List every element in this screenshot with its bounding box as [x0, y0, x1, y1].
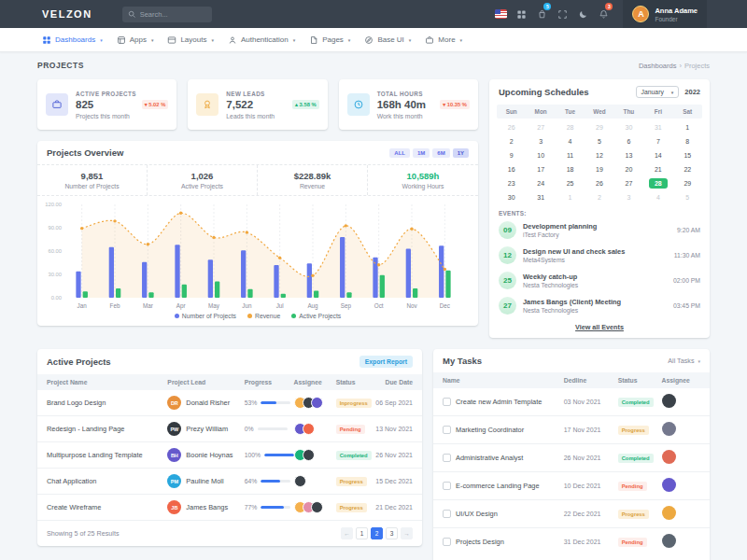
legend-item-number-of-projects[interactable]: Number of Projects [175, 313, 236, 319]
table-row[interactable]: Create Wireframe JBJames Bangs 77% Progr… [37, 494, 422, 520]
calendar-day[interactable]: 29 [585, 120, 613, 134]
calendar-day[interactable]: 29 [673, 176, 702, 190]
calendar-day[interactable]: 14 [643, 148, 672, 162]
calendar-day[interactable]: 27 [614, 176, 643, 190]
search-input[interactable] [140, 10, 205, 19]
table-row[interactable]: Create new Admin Template 03 Nov 2021 Co… [433, 388, 710, 415]
calendar-day[interactable]: 27 [526, 120, 555, 134]
page-arrow-button[interactable]: → [401, 527, 413, 539]
table-row[interactable]: Redesign - Landing Page PWPrezy William … [37, 415, 422, 441]
table-row[interactable]: Marketing Coordinator 17 Nov 2021 Progre… [433, 415, 710, 443]
calendar-day[interactable]: 6 [614, 134, 643, 148]
calendar-day[interactable]: 26 [585, 176, 613, 190]
cart-button[interactable]: 5 [534, 0, 549, 28]
active-projects-rows: Brand Logo Design DRDonald Risher 53% In… [37, 390, 422, 520]
event-item[interactable]: 12 Design new UI and check sales Meta4Sy… [489, 243, 710, 268]
nav-item-pages[interactable]: Pages▾ [309, 35, 350, 45]
calendar-day[interactable]: 1 [556, 190, 585, 204]
page-button-2[interactable]: 2 [371, 527, 383, 539]
calendar-day[interactable]: 22 [673, 162, 702, 176]
apps-grid-button[interactable] [514, 0, 529, 28]
calendar-day[interactable]: 26 [497, 120, 526, 134]
app-logo[interactable]: VELZON [42, 8, 92, 20]
nav-item-apps[interactable]: Apps▾ [117, 35, 154, 45]
calendar-day[interactable]: 11 [556, 148, 585, 162]
calendar-day[interactable]: 24 [526, 176, 555, 190]
export-report-button[interactable]: Export Report [359, 356, 413, 368]
calendar-day-selected[interactable]: 28 [643, 176, 672, 190]
language-flag-button[interactable] [493, 0, 508, 28]
nav-item-base-ui[interactable]: Base UI▾ [364, 35, 411, 45]
calendar-day[interactable]: 2 [497, 134, 526, 148]
event-item[interactable]: 25 Weekly catch-up Nesta Technologies 02… [489, 268, 710, 293]
calendar-day[interactable]: 5 [673, 190, 702, 204]
chevron-down-icon: ▾ [100, 37, 103, 43]
legend-item-active-projects[interactable]: Active Projects [291, 313, 341, 319]
page-button-1[interactable]: 1 [356, 527, 368, 539]
calendar-day[interactable]: 17 [526, 162, 555, 176]
calendar-day[interactable]: 8 [673, 134, 702, 148]
calendar-day[interactable]: 12 [585, 148, 613, 162]
nav-item-authentication[interactable]: Authentication▾ [228, 35, 295, 45]
calendar-day[interactable]: 3 [526, 134, 555, 148]
calendar-day[interactable]: 25 [556, 176, 585, 190]
month-select[interactable]: January▾ [636, 86, 680, 98]
nav-item-dashboards[interactable]: Dashboards▾ [42, 35, 103, 45]
calendar-day[interactable]: 4 [556, 134, 585, 148]
calendar-day[interactable]: 4 [643, 190, 672, 204]
fullscreen-button[interactable] [555, 0, 570, 28]
table-row[interactable]: E-commerce Landing Page 10 Dec 2021 Pend… [433, 471, 710, 499]
table-row[interactable]: Administrative Analyst 26 Nov 2021 Compl… [433, 443, 710, 471]
table-row[interactable]: Multipurpose Landing Template BHBoonie H… [37, 441, 422, 468]
nav-item-more[interactable]: More▾ [425, 35, 462, 45]
calendar-day[interactable]: 23 [497, 176, 526, 190]
notifications-button[interactable]: 3 [596, 0, 611, 28]
calendar-day[interactable]: 1 [673, 120, 702, 134]
calendar-day[interactable]: 5 [585, 134, 613, 148]
event-item[interactable]: 09 Development planning iTest Factory 9:… [489, 217, 710, 243]
calendar-day[interactable]: 30 [614, 120, 643, 134]
task-checkbox[interactable] [443, 482, 451, 490]
calendar-day[interactable]: 21 [643, 162, 672, 176]
calendar-day[interactable]: 15 [673, 148, 702, 162]
calendar-day[interactable]: 31 [643, 120, 672, 134]
calendar-day[interactable]: 18 [556, 162, 585, 176]
calendar-day[interactable]: 13 [614, 148, 643, 162]
calendar-day[interactable]: 30 [497, 190, 526, 204]
page-button-3[interactable]: 3 [386, 527, 398, 539]
calendar-day[interactable]: 7 [643, 134, 672, 148]
range-button-1m[interactable]: 1M [413, 148, 430, 158]
dark-mode-button[interactable] [575, 0, 590, 28]
calendar-day[interactable]: 9 [497, 148, 526, 162]
event-item[interactable]: 27 James Bangs (Client) Meeting Nesta Te… [489, 293, 710, 318]
calendar-day[interactable]: 31 [526, 190, 555, 204]
nav-item-layouts[interactable]: Layouts▾ [167, 35, 214, 45]
table-row[interactable]: Brand Logo Design DRDonald Risher 53% In… [37, 390, 422, 415]
task-checkbox[interactable] [443, 398, 451, 406]
table-row[interactable]: Chat Application PMPauline Moll 64% Prog… [37, 468, 422, 494]
range-button-all[interactable]: ALL [389, 148, 410, 158]
calendar-day[interactable]: 20 [614, 162, 643, 176]
calendar-day[interactable]: 3 [614, 190, 643, 204]
task-checkbox[interactable] [443, 454, 451, 462]
table-row[interactable]: UI/UX Design 22 Dec 2021 Progress [433, 499, 710, 527]
breadcrumb-dashboards[interactable]: Dashboards [639, 62, 676, 70]
user-menu[interactable]: A Anna Adame Founder [623, 0, 707, 28]
page-arrow-button[interactable]: ← [341, 527, 353, 539]
task-checkbox[interactable] [443, 538, 451, 546]
view-all-events-link[interactable]: View all Events [489, 318, 710, 338]
tasks-filter[interactable]: All Tasks▾ [668, 357, 700, 365]
legend-item-revenue[interactable]: Revenue [247, 313, 280, 319]
range-button-1y[interactable]: 1Y [453, 148, 469, 158]
task-checkbox[interactable] [443, 510, 451, 518]
calendar-day[interactable]: 2 [585, 190, 613, 204]
calendar-day[interactable]: 28 [556, 120, 585, 134]
briefcase-icon [46, 93, 68, 116]
calendar-day[interactable]: 16 [497, 162, 526, 176]
calendar-day[interactable]: 10 [526, 148, 555, 162]
range-button-6m[interactable]: 6M [432, 148, 449, 158]
table-row[interactable]: Projects Design 31 Dec 2021 Pending [433, 527, 710, 555]
load-more-link[interactable]: Load More [433, 555, 710, 560]
calendar-day[interactable]: 19 [585, 162, 613, 176]
task-checkbox[interactable] [443, 426, 451, 434]
